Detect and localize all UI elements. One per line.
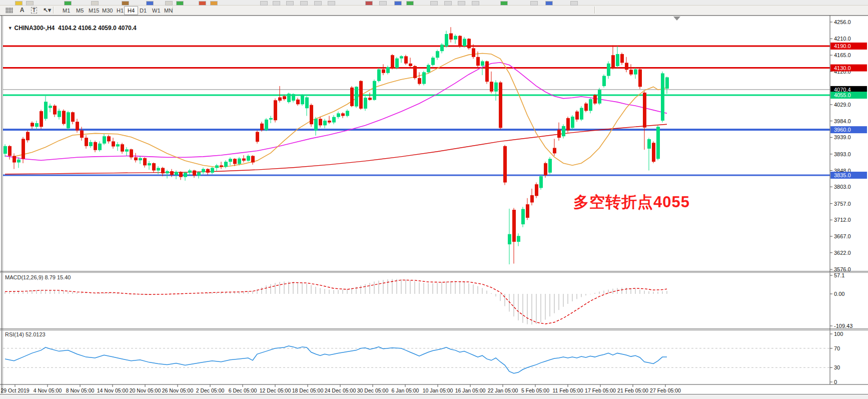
candle-body [296,100,300,104]
candle-body [62,111,66,124]
candle-body [607,64,610,76]
candle-body [215,165,219,168]
time-tick-label: 20 Nov 05:00 [130,387,161,393]
candle-body [526,204,529,218]
candle-body [634,69,637,74]
candle-body [143,158,147,166]
candle-body [557,130,561,138]
candle-body [355,87,358,106]
candle-body [400,56,403,58]
chart-text-annotation: 多空转折点4055 [573,192,690,213]
candle-body [476,57,480,66]
candle-body [220,165,223,167]
candle-body [503,146,507,183]
rsi-indicator-label: RSI(14) 52.0123 [5,331,46,337]
symbol-dropdown-icon[interactable]: ▼ [8,26,13,31]
time-tick-label: 6 Dec 05:00 [229,387,257,393]
candle-body [337,113,340,117]
price-tick-label: 3667.0 [834,233,851,239]
candle-body [13,156,16,162]
candle-body [580,108,583,120]
candle-body [197,172,201,176]
candle-body [481,61,484,66]
candle-body [22,139,25,159]
candle-body [161,168,165,173]
candle-body [301,95,304,104]
candle-body [148,163,151,165]
candle-body [328,121,331,123]
candle-body [611,55,615,68]
candle-body [125,149,129,151]
price-tick-label: 3712.0 [834,217,851,223]
chart-canvas[interactable]: 4256.04210.04165.04120.04029.03984.03939… [0,0,868,399]
chart-background [0,16,868,399]
time-tick-label: 8 Nov 05:00 [66,387,95,393]
candle-body [17,160,21,163]
macd-tick-label: -109.43 [834,323,852,329]
candle-body [202,169,205,173]
candle-body [85,138,88,146]
price-tick-label: 3622.0 [834,250,851,256]
candle-body [247,156,250,160]
price-tag-label: 4130.0 [834,65,851,71]
candle-body [269,118,273,120]
time-tick-label: 30 Dec 05:00 [357,387,389,393]
candle-body [445,34,448,47]
candle-body [224,162,228,167]
candle-body [314,119,318,130]
time-tick-label: 6 Jan 05:00 [392,387,419,393]
candle-body [395,59,399,68]
price-tick-label: 3984.0 [834,118,851,124]
candle-body [193,171,196,176]
time-tick-label: 29 Oct 2019 [1,387,29,393]
candle-body [26,132,30,140]
candle-body [647,139,651,149]
candle-body [508,234,511,244]
candle-body [517,236,520,242]
time-tick-label: 27 Feb 05:00 [650,387,681,393]
candle-body [67,112,70,128]
candle-body [341,113,345,116]
candle-body [49,106,52,108]
candle-body [166,171,169,173]
candle-body [157,168,160,170]
candle-body [40,111,43,127]
candle-body [323,121,327,125]
candle-body [458,36,462,46]
candle-body [598,90,601,104]
candle-body [229,159,232,162]
candle-body [130,149,133,157]
price-tick-label: 3757.0 [834,201,851,207]
candle-body [152,163,156,171]
candle-body [625,63,628,70]
candle-body [463,39,466,46]
candle-body [499,83,502,128]
time-tick-label: 17 Feb 05:00 [585,387,616,393]
candle-body [382,69,385,73]
candle-body [359,81,363,109]
time-tick-label: 22 Jan 05:00 [488,387,518,393]
price-tick-label: 3939.0 [834,134,851,140]
candle-body [278,97,282,101]
candle-body [4,146,7,154]
candle-body [287,94,291,102]
candle-body [436,51,439,58]
candle-body [31,123,34,126]
price-tick-label: 3576.0 [834,266,851,272]
candle-body [490,82,493,92]
candle-body [170,171,174,175]
candle-body [184,173,187,177]
candle-body [548,159,552,173]
candle-body [274,100,277,120]
candle-body [134,157,138,160]
candle-body [386,67,390,73]
price-tick-label: 4256.0 [834,19,851,25]
candle-body [256,132,259,142]
candle-body [494,83,498,92]
price-tick-label: 3893.0 [834,151,851,157]
candle-body [575,112,579,120]
candle-body [643,93,646,128]
candle-body [346,111,349,116]
time-tick-label: 16 Jan 05:00 [455,387,486,393]
candle-body [427,65,430,73]
